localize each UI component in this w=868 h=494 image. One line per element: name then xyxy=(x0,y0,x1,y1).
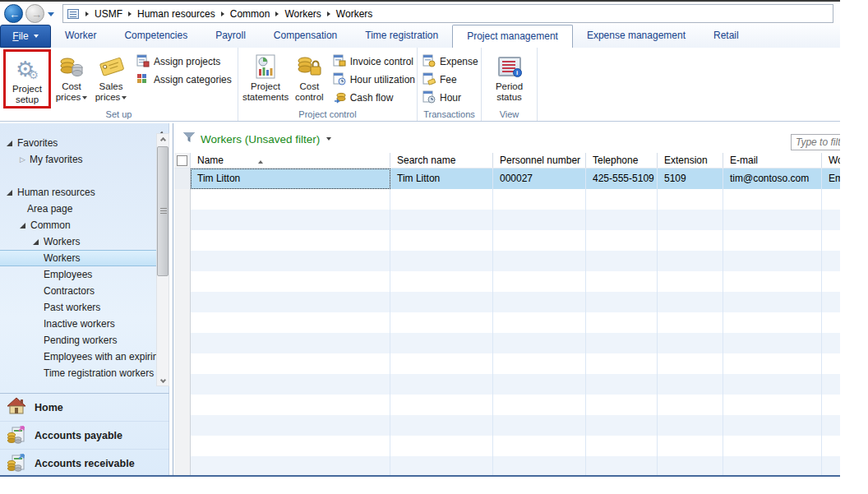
expanded-icon[interactable] xyxy=(33,239,39,245)
empty-row[interactable] xyxy=(174,312,840,333)
expanded-icon[interactable] xyxy=(7,190,12,196)
cash-flow-button[interactable]: Cash flow xyxy=(333,89,415,107)
tree-node-area-page[interactable]: Area page xyxy=(0,201,156,217)
cost-prices-button[interactable]: Cost prices xyxy=(53,49,90,108)
breadcrumb-item-common[interactable]: Common xyxy=(224,8,276,20)
empty-row[interactable] xyxy=(174,292,840,312)
ribbon-group-set-up: ⚙⚙ Project setup Cost prices Sales price… xyxy=(0,48,238,121)
tree-node-employees[interactable]: Employees xyxy=(0,266,156,283)
hour-button[interactable]: Hour xyxy=(422,89,478,107)
sales-prices-button[interactable]: Sales prices xyxy=(90,49,132,108)
column-header-name[interactable]: Name xyxy=(191,153,390,168)
expense-button[interactable]: Expense xyxy=(422,53,478,71)
invoice-control-button[interactable]: Invoice control xyxy=(333,53,415,71)
cell-email[interactable]: tim@contoso.com xyxy=(723,169,822,189)
breadcrumb: USMF Human resources Common Workers Work… xyxy=(62,4,833,23)
column-header-extension[interactable]: Extension xyxy=(658,153,723,168)
project-statements-button[interactable]: Project statements xyxy=(240,49,291,108)
column-header-worker-type[interactable]: Worker type xyxy=(822,153,840,168)
table-row[interactable]: Tim Litton Tim Litton 000027 425-555-510… xyxy=(174,169,840,189)
project-setup-button[interactable]: ⚙⚙ Project setup xyxy=(6,52,48,105)
assign-projects-button[interactable]: Assign projects xyxy=(136,53,232,71)
invoice-lock-icon xyxy=(333,54,346,70)
empty-row[interactable] xyxy=(174,456,840,477)
tab-retail[interactable]: Retail xyxy=(699,25,753,48)
empty-row[interactable] xyxy=(174,333,840,353)
tab-worker[interactable]: Worker xyxy=(51,25,110,48)
document-chart-icon xyxy=(255,52,276,81)
module-home[interactable]: Home xyxy=(0,394,169,422)
column-header-search-name[interactable]: Search name xyxy=(390,153,493,168)
tree-node-workers-group[interactable]: Workers xyxy=(0,233,156,250)
tab-competencies[interactable]: Competencies xyxy=(110,25,201,48)
scrollbar-thumb[interactable] xyxy=(157,146,169,276)
breadcrumb-item-usmf[interactable]: USMF xyxy=(89,8,128,20)
chevron-down-icon xyxy=(82,96,87,99)
tree-node-inactive-workers[interactable]: Inactive workers xyxy=(0,316,156,332)
empty-row[interactable] xyxy=(174,251,840,271)
empty-row[interactable] xyxy=(174,374,840,395)
tree-node-past-workers[interactable]: Past workers xyxy=(0,299,156,316)
module-accounts-receivable[interactable]: Accounts receivable xyxy=(0,450,169,477)
empty-row[interactable] xyxy=(174,395,840,415)
hour-icon xyxy=(422,90,436,106)
back-button[interactable]: ← xyxy=(4,4,23,23)
tree-node-contractors[interactable]: Contractors xyxy=(0,283,156,299)
tab-payroll[interactable]: Payroll xyxy=(201,25,260,48)
column-header-personnel-number[interactable]: Personnel number xyxy=(493,153,586,168)
tree-node-pending-workers[interactable]: Pending workers xyxy=(0,332,156,349)
tab-project-management[interactable]: Project management xyxy=(452,25,573,48)
tree-scrollbar[interactable] xyxy=(156,133,169,386)
tree-node-common[interactable]: Common xyxy=(0,217,156,233)
tab-compensation[interactable]: Compensation xyxy=(260,25,351,48)
quick-filter-input[interactable] xyxy=(791,134,840,150)
group-label-view: View xyxy=(482,108,537,121)
cell-personnel-number[interactable]: 000027 xyxy=(493,169,586,189)
scroll-up-icon[interactable] xyxy=(157,134,169,145)
tree-node-human-resources[interactable]: Human resources xyxy=(0,184,156,201)
file-menu-button[interactable]: File xyxy=(0,25,51,48)
empty-row[interactable] xyxy=(174,415,840,436)
tree-node-workers[interactable]: Workers xyxy=(0,250,156,266)
empty-row[interactable] xyxy=(174,230,840,251)
empty-row[interactable] xyxy=(174,189,840,210)
pane-splitter[interactable] xyxy=(173,123,173,477)
tree-node-my-favorites[interactable]: ▷My favorites xyxy=(0,151,156,168)
cell-extension[interactable]: 5109 xyxy=(658,169,723,189)
breadcrumb-item-workers-page[interactable]: Workers xyxy=(330,8,378,20)
history-dropdown-icon[interactable] xyxy=(48,12,54,16)
module-accounts-payable[interactable]: Accounts payable xyxy=(0,422,169,450)
tab-time-registration[interactable]: Time registration xyxy=(351,25,452,48)
breadcrumb-item-human-resources[interactable]: Human resources xyxy=(132,8,221,20)
page-title[interactable]: Workers (Unsaved filter) xyxy=(201,133,320,145)
fee-button[interactable]: Fee xyxy=(422,71,478,89)
module-buttons: Home Accounts payable Accounts receivabl… xyxy=(0,393,169,477)
cell-search-name[interactable]: Tim Litton xyxy=(390,169,493,189)
tree-node-time-registration-workers[interactable]: Time registration workers xyxy=(0,365,156,381)
tree-node-employees-expiring[interactable]: Employees with an expirin xyxy=(0,349,156,365)
tab-expense-management[interactable]: Expense management xyxy=(573,25,699,48)
tree-node-favorites[interactable]: Favorites xyxy=(0,135,156,151)
period-status-button[interactable]: Period status xyxy=(488,49,531,108)
cell-name[interactable]: Tim Litton xyxy=(191,169,390,189)
hour-utilization-button[interactable]: Hour utilization xyxy=(333,71,415,89)
forward-button[interactable]: → xyxy=(25,4,44,23)
breadcrumb-item-workers[interactable]: Workers xyxy=(279,8,326,20)
expanded-icon[interactable] xyxy=(7,141,12,146)
column-header-telephone[interactable]: Telephone xyxy=(586,153,658,168)
empty-row[interactable] xyxy=(174,436,840,456)
cell-telephone[interactable]: 425-555-5109 xyxy=(586,169,658,189)
select-all-checkbox[interactable] xyxy=(177,155,187,166)
cost-control-button[interactable]: Cost control xyxy=(291,49,328,108)
expanded-icon[interactable] xyxy=(20,223,25,229)
empty-row[interactable] xyxy=(174,353,840,374)
collapsed-icon[interactable]: ▷ xyxy=(20,155,25,164)
column-header-email[interactable]: E-mail xyxy=(723,153,822,168)
empty-row[interactable] xyxy=(174,271,840,292)
assign-categories-button[interactable]: Assign categories xyxy=(136,71,232,89)
cell-worker-type[interactable]: Employee xyxy=(822,169,840,189)
empty-row[interactable] xyxy=(174,210,840,230)
scroll-down-icon[interactable] xyxy=(157,374,169,386)
list-page-icon[interactable] xyxy=(67,9,79,19)
chevron-down-icon[interactable] xyxy=(326,137,331,141)
